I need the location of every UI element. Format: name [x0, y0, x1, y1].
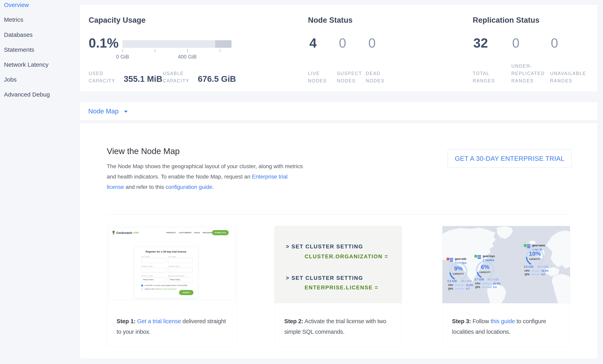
usable-capacity-value: 676.5 GiB	[198, 74, 236, 84]
panel-title: View the Node Map	[107, 146, 180, 156]
capacity-axis: 0 GiB 400 GiB	[123, 49, 232, 60]
cluster-summary-card: Capacity Usage 0.1% 0 GiB 400 GiB USED C…	[80, 4, 598, 92]
locality-name: geo=ams	[532, 243, 545, 247]
qps-sparkline	[481, 286, 492, 288]
cockroach-labs-logo: Cockroach LABS	[112, 230, 139, 235]
desc-text: .	[212, 184, 214, 190]
database-stack-icon	[477, 255, 481, 259]
under-replicated-value: 0	[512, 36, 520, 50]
brand-name: Cockroach	[116, 231, 132, 234]
cockroach-logo-icon	[112, 230, 115, 235]
qps-sparkline	[454, 287, 465, 290]
mini-nav-customers: CUSTOMERS	[179, 232, 191, 234]
sidebar-item-advanced-debug[interactable]: Advanced Debug	[4, 91, 50, 98]
gauge-percent: 6%	[475, 264, 495, 270]
capacity-usage-title: Capacity Usage	[89, 16, 146, 24]
capacity-gauge: 9% CAPACITY	[449, 262, 468, 281]
company-email-input	[168, 268, 193, 273]
email-updates-checkbox: I would like to receive email updates ab…	[141, 284, 193, 286]
suspect-nodes-value: 0	[339, 36, 346, 50]
checkbox-checked-icon	[141, 285, 143, 286]
step1-card: Cockroach LABS PRODUCT CUSTOMERS DOCS RE…	[107, 226, 237, 346]
dead-nodes-label: DEAD NODES	[366, 70, 390, 85]
sidebar-item-statements[interactable]: Statements	[4, 46, 34, 54]
step3-caption: Step 3: Follow this guide to configure l…	[452, 316, 567, 337]
step1-caption: Step 1: Get a trial license delivered st…	[116, 316, 231, 337]
step2-card: > SET CLUSTER SETTING CLUSTER.ORGANIZATI…	[275, 226, 402, 346]
unavailable-ranges-label: UNAVAILABLE RANGES	[550, 70, 593, 85]
sidebar-item-metrics[interactable]: Metrics	[4, 16, 23, 23]
gauge-percent: 9%	[449, 265, 468, 272]
get-enterprise-trial-button[interactable]: GET A 30-DAY ENTERPRISE TRIAL	[448, 149, 571, 168]
sql-line-4: ENTERPRISE.LICENSE =	[305, 285, 378, 291]
live-nodes-value: 4	[309, 36, 317, 50]
project-phase-select: Please Select	[141, 277, 166, 282]
node-map-panel: View the Node Map The Node Map shows the…	[80, 123, 598, 359]
brand-suffix: LABS	[133, 232, 139, 234]
replication-status-title: Replication Status	[473, 16, 539, 24]
live-nodes-label: LIVE NODES	[308, 70, 332, 85]
checkbox-text: I agree to the Software License Agreemen…	[144, 288, 177, 290]
gauge-label: CAPACITY	[475, 271, 495, 274]
cpu-sparkline	[481, 282, 492, 285]
total-ranges-label: TOTAL RANGES	[473, 70, 501, 85]
this-guide-link[interactable]: this guide	[491, 318, 515, 324]
capacity-gauge: 10% CAPACITY	[525, 247, 545, 266]
mini-nav-docs: DOCS	[194, 232, 200, 234]
capacity-gauge: 6% CAPACITY	[475, 260, 495, 279]
qps-sparkline	[531, 273, 540, 275]
get-trial-license-link[interactable]: Get a trial license	[137, 318, 181, 324]
locality-name: geo=nyc	[483, 254, 495, 258]
cpu-value: 11.0%	[466, 284, 473, 287]
sql-code-sample: > SET CLUSTER SETTING CLUSTER.ORGANIZATI…	[275, 226, 402, 303]
used-gib: 3.6 GiB	[524, 265, 533, 268]
locality-name: geo=sfo	[455, 257, 466, 261]
mini-download-button: DOWNLOAD	[212, 230, 229, 235]
cpu-sparkline	[531, 269, 540, 272]
reason-select: Please Select	[168, 277, 193, 282]
step3-card: ! geo=sfo 2 Nodes 9% CAPACITY 3.2 GiB 35…	[442, 226, 570, 346]
mini-submit-button: SUBMIT	[179, 290, 193, 295]
sidebar-item-jobs[interactable]: Jobs	[4, 76, 17, 83]
suspect-nodes-label: SUSPECT NODES	[337, 70, 364, 85]
cpu-label: CPU	[448, 284, 453, 287]
capacity-bar	[123, 40, 232, 48]
divider	[107, 214, 570, 215]
database-stack-icon	[450, 258, 453, 262]
first-name-input	[141, 258, 166, 263]
mini-nav-product: PRODUCT	[166, 232, 176, 234]
dead-nodes-value: 0	[368, 36, 376, 50]
node-map-thumbnail: ! geo=sfo 2 Nodes 9% CAPACITY 3.2 GiB 35…	[442, 226, 570, 303]
company-name-input	[141, 268, 166, 273]
cpu-sparkline	[454, 284, 465, 286]
field-label: LAST NAME	[168, 256, 176, 257]
cpu-label: CPU	[524, 269, 530, 272]
field-label: COMPANY NAME	[141, 266, 153, 267]
gauge-label: CAPACITY	[525, 258, 545, 260]
used-capacity-value: 355.1 MiB	[124, 74, 162, 84]
used-gib: 3.2 GiB	[447, 279, 457, 283]
qps-label: QPS	[524, 273, 530, 276]
checkbox-text: I would like to receive email updates ab…	[144, 284, 187, 286]
sidebar-item-databases[interactable]: Databases	[4, 31, 33, 39]
sql-line-1: > SET CLUSTER SETTING	[286, 243, 363, 250]
sidebar-item-network-latency[interactable]: Network Latency	[4, 61, 48, 68]
capacity-bar-reserved-segment	[215, 40, 232, 48]
total-ranges-value: 32	[473, 36, 488, 50]
total-gib: 65.7 GiB	[487, 278, 499, 281]
ok-badge-icon: ✓	[474, 255, 477, 258]
qps-label: QPS	[448, 287, 453, 290]
unavailable-ranges-value: 0	[551, 36, 558, 50]
sidebar-item-overview[interactable]: Overview	[4, 1, 29, 9]
sql-line-3: > SET CLUSTER SETTING	[286, 275, 363, 281]
node-map-dropdown[interactable]: Node Map	[88, 102, 128, 121]
gauge-percent: 10%	[525, 250, 545, 257]
qps-value: 0.0	[541, 273, 545, 276]
qps-value: 0.0	[493, 286, 497, 288]
last-name-input	[168, 258, 193, 263]
checkbox-empty-icon	[141, 288, 143, 290]
field-label: PROJECT PHASE	[141, 275, 153, 277]
configuration-guide-link[interactable]: configuration guide	[165, 184, 212, 190]
form-title: Register for a 30-day trial license	[134, 250, 198, 253]
chevron-down-icon	[124, 110, 128, 113]
